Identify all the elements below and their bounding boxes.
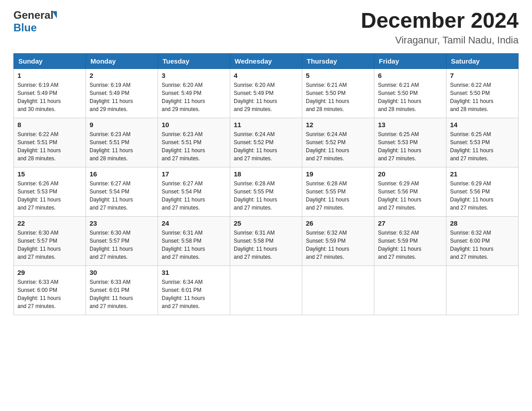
calendar-cell: 29Sunrise: 6:33 AM Sunset: 6:00 PM Dayli… [14,265,86,315]
calendar-cell: 27Sunrise: 6:32 AM Sunset: 5:59 PM Dayli… [374,216,446,265]
logo-general-text: General [13,9,53,21]
weekday-header-monday: Monday [86,53,158,68]
calendar-cell: 26Sunrise: 6:32 AM Sunset: 5:59 PM Dayli… [302,216,374,265]
calendar-cell: 6Sunrise: 6:21 AM Sunset: 5:50 PM Daylig… [374,68,446,118]
day-info: Sunrise: 6:32 AM Sunset: 5:59 PM Dayligh… [378,229,442,261]
day-number: 19 [306,170,370,178]
day-info: Sunrise: 6:19 AM Sunset: 5:49 PM Dayligh… [17,81,82,113]
calendar-cell: 5Sunrise: 6:21 AM Sunset: 5:50 PM Daylig… [302,68,374,118]
calendar-cell: 21Sunrise: 6:29 AM Sunset: 5:56 PM Dayli… [446,167,519,216]
calendar-cell: 15Sunrise: 6:26 AM Sunset: 5:53 PM Dayli… [14,167,86,216]
day-number: 16 [90,170,154,178]
day-info: Sunrise: 6:30 AM Sunset: 5:57 PM Dayligh… [17,229,82,261]
day-number: 3 [162,72,226,79]
day-info: Sunrise: 6:29 AM Sunset: 5:56 PM Dayligh… [450,180,515,212]
day-info: Sunrise: 6:31 AM Sunset: 5:58 PM Dayligh… [234,229,298,261]
logo: General Blue [13,9,57,34]
calendar-subtitle: Viraganur, Tamil Nadu, India [361,34,519,46]
day-number: 14 [450,121,515,128]
calendar-week-row: 8Sunrise: 6:22 AM Sunset: 5:51 PM Daylig… [14,118,519,167]
day-number: 29 [17,269,82,276]
day-info: Sunrise: 6:25 AM Sunset: 5:53 PM Dayligh… [378,130,442,163]
day-info: Sunrise: 6:27 AM Sunset: 5:54 PM Dayligh… [90,180,154,212]
calendar-week-row: 22Sunrise: 6:30 AM Sunset: 5:57 PM Dayli… [14,216,519,265]
day-number: 1 [17,72,82,79]
day-number: 4 [234,72,298,79]
calendar-cell [230,265,302,315]
day-number: 27 [378,219,442,227]
page-header: General Blue December 2024 Viraganur, Ta… [13,9,519,46]
calendar-table: SundayMondayTuesdayWednesdayThursdayFrid… [13,53,519,315]
calendar-cell: 3Sunrise: 6:20 AM Sunset: 5:49 PM Daylig… [158,68,230,118]
day-info: Sunrise: 6:31 AM Sunset: 5:58 PM Dayligh… [162,229,226,261]
day-info: Sunrise: 6:22 AM Sunset: 5:51 PM Dayligh… [17,130,82,163]
calendar-cell: 2Sunrise: 6:19 AM Sunset: 5:49 PM Daylig… [86,68,158,118]
day-number: 31 [162,269,226,276]
calendar-cell: 14Sunrise: 6:25 AM Sunset: 5:53 PM Dayli… [446,118,519,167]
day-number: 7 [450,72,515,79]
calendar-cell: 9Sunrise: 6:23 AM Sunset: 5:51 PM Daylig… [86,118,158,167]
day-info: Sunrise: 6:32 AM Sunset: 6:00 PM Dayligh… [450,229,515,261]
calendar-cell: 23Sunrise: 6:30 AM Sunset: 5:57 PM Dayli… [86,216,158,265]
day-info: Sunrise: 6:23 AM Sunset: 5:51 PM Dayligh… [162,130,226,163]
day-number: 28 [450,219,515,227]
calendar-cell: 31Sunrise: 6:34 AM Sunset: 6:01 PM Dayli… [158,265,230,315]
calendar-cell: 7Sunrise: 6:22 AM Sunset: 5:50 PM Daylig… [446,68,519,118]
day-number: 9 [90,121,154,128]
title-block: December 2024 Viraganur, Tamil Nadu, Ind… [361,9,519,46]
logo-arrow-icon [52,11,57,18]
day-number: 5 [306,72,370,79]
weekday-header-thursday: Thursday [302,53,374,68]
day-number: 26 [306,219,370,227]
day-number: 10 [162,121,226,128]
calendar-week-row: 15Sunrise: 6:26 AM Sunset: 5:53 PM Dayli… [14,167,519,216]
day-info: Sunrise: 6:26 AM Sunset: 5:53 PM Dayligh… [17,180,82,212]
calendar-cell: 20Sunrise: 6:29 AM Sunset: 5:56 PM Dayli… [374,167,446,216]
calendar-cell: 13Sunrise: 6:25 AM Sunset: 5:53 PM Dayli… [374,118,446,167]
day-number: 17 [162,170,226,178]
day-number: 30 [90,269,154,276]
calendar-cell [446,265,519,315]
day-number: 23 [90,219,154,227]
day-info: Sunrise: 6:33 AM Sunset: 6:00 PM Dayligh… [17,278,82,310]
day-info: Sunrise: 6:33 AM Sunset: 6:01 PM Dayligh… [90,278,154,310]
calendar-cell: 25Sunrise: 6:31 AM Sunset: 5:58 PM Dayli… [230,216,302,265]
day-info: Sunrise: 6:19 AM Sunset: 5:49 PM Dayligh… [90,81,154,113]
calendar-cell: 30Sunrise: 6:33 AM Sunset: 6:01 PM Dayli… [86,265,158,315]
day-info: Sunrise: 6:25 AM Sunset: 5:53 PM Dayligh… [450,130,515,163]
calendar-cell: 12Sunrise: 6:24 AM Sunset: 5:52 PM Dayli… [302,118,374,167]
day-info: Sunrise: 6:20 AM Sunset: 5:49 PM Dayligh… [234,81,298,113]
calendar-cell: 1Sunrise: 6:19 AM Sunset: 5:49 PM Daylig… [14,68,86,118]
day-info: Sunrise: 6:27 AM Sunset: 5:54 PM Dayligh… [162,180,226,212]
day-number: 13 [378,121,442,128]
weekday-header-tuesday: Tuesday [158,53,230,68]
calendar-cell: 19Sunrise: 6:28 AM Sunset: 5:55 PM Dayli… [302,167,374,216]
day-info: Sunrise: 6:21 AM Sunset: 5:50 PM Dayligh… [306,81,370,113]
day-info: Sunrise: 6:22 AM Sunset: 5:50 PM Dayligh… [450,81,515,113]
calendar-cell: 22Sunrise: 6:30 AM Sunset: 5:57 PM Dayli… [14,216,86,265]
day-number: 20 [378,170,442,178]
day-number: 18 [234,170,298,178]
day-number: 6 [378,72,442,79]
calendar-cell [374,265,446,315]
day-info: Sunrise: 6:28 AM Sunset: 5:55 PM Dayligh… [306,180,370,212]
weekday-header-friday: Friday [374,53,446,68]
calendar-week-row: 29Sunrise: 6:33 AM Sunset: 6:00 PM Dayli… [14,265,519,315]
day-number: 21 [450,170,515,178]
day-number: 8 [17,121,82,128]
calendar-cell: 16Sunrise: 6:27 AM Sunset: 5:54 PM Dayli… [86,167,158,216]
day-info: Sunrise: 6:24 AM Sunset: 5:52 PM Dayligh… [234,130,298,163]
day-info: Sunrise: 6:29 AM Sunset: 5:56 PM Dayligh… [378,180,442,212]
calendar-cell: 24Sunrise: 6:31 AM Sunset: 5:58 PM Dayli… [158,216,230,265]
logo-blue-text: Blue [13,21,37,34]
day-number: 11 [234,121,298,128]
calendar-cell [302,265,374,315]
day-number: 22 [17,219,82,227]
weekday-header-row: SundayMondayTuesdayWednesdayThursdayFrid… [14,53,519,68]
calendar-cell: 18Sunrise: 6:28 AM Sunset: 5:55 PM Dayli… [230,167,302,216]
day-info: Sunrise: 6:20 AM Sunset: 5:49 PM Dayligh… [162,81,226,113]
day-info: Sunrise: 6:30 AM Sunset: 5:57 PM Dayligh… [90,229,154,261]
weekday-header-sunday: Sunday [14,53,86,68]
calendar-cell: 17Sunrise: 6:27 AM Sunset: 5:54 PM Dayli… [158,167,230,216]
day-number: 24 [162,219,226,227]
